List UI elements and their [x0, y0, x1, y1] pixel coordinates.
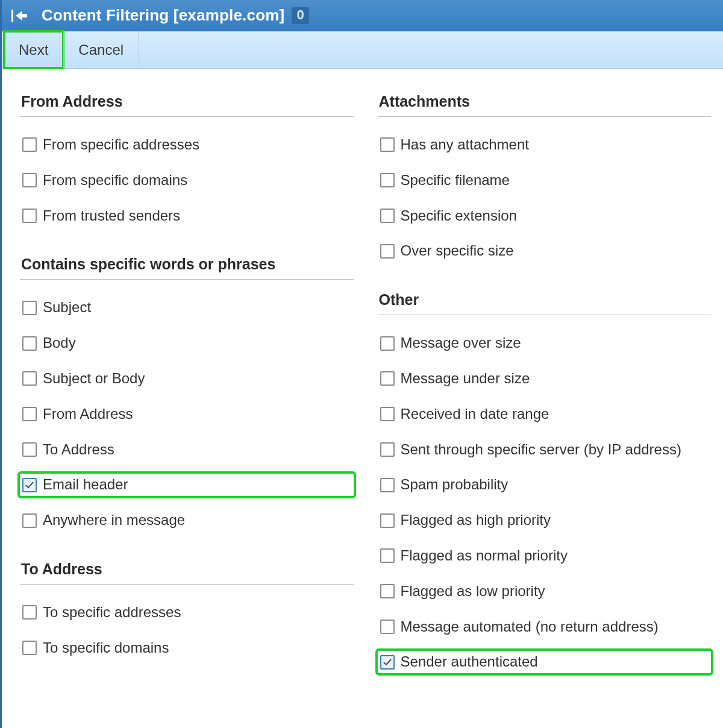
option-from-specific-domains[interactable]: From specific domains — [20, 169, 354, 192]
option-message-automated[interactable]: Message automated (no return address) — [378, 616, 712, 638]
cancel-button-label: Cancel — [78, 42, 124, 58]
option-subject[interactable]: Subject — [20, 297, 354, 319]
option-label: Flagged as normal priority — [401, 547, 568, 565]
checkbox-subject[interactable] — [22, 301, 37, 315]
group-contains: Contains specific words or phrases Subje… — [20, 256, 354, 532]
checkbox-from-trusted-senders[interactable] — [22, 209, 37, 223]
option-contains-to-address[interactable]: To Address — [20, 439, 354, 461]
cancel-button[interactable]: Cancel — [63, 31, 139, 68]
group-items-other: Message over sizeMessage under sizeRecei… — [378, 332, 712, 673]
option-label: Subject — [43, 299, 91, 316]
option-contains-from-address[interactable]: From Address — [20, 403, 354, 425]
option-received-in-date-range[interactable]: Received in date range — [378, 403, 712, 425]
option-flagged-low-priority[interactable]: Flagged as low priority — [378, 580, 712, 603]
checkbox-flagged-normal-priority[interactable] — [380, 548, 395, 563]
option-from-specific-addresses[interactable]: From specific addresses — [20, 134, 354, 156]
group-to-address: To Address To specific addressesTo speci… — [20, 560, 354, 659]
checkbox-message-under-size[interactable] — [380, 371, 395, 386]
option-flagged-high-priority[interactable]: Flagged as high priority — [378, 509, 712, 532]
option-message-over-size[interactable]: Message over size — [378, 332, 712, 354]
group-title-to-address: To Address — [20, 560, 354, 585]
option-to-specific-addresses[interactable]: To specific addresses — [20, 601, 354, 624]
option-label: Flagged as low priority — [401, 583, 545, 600]
checkbox-specific-filename[interactable] — [380, 173, 395, 187]
option-label: Message automated (no return address) — [401, 618, 659, 636]
option-label: Anywhere in message — [43, 512, 185, 529]
checkbox-from-specific-addresses[interactable] — [22, 137, 37, 152]
option-label: From specific domains — [43, 172, 187, 189]
checkbox-subject-or-body[interactable] — [22, 371, 37, 386]
group-other: Other Message over sizeMessage under siz… — [378, 291, 712, 673]
checkbox-flagged-low-priority[interactable] — [380, 584, 395, 598]
checkbox-contains-from-address[interactable] — [22, 407, 37, 421]
page-title: Content Filtering [example.com] — [42, 6, 284, 25]
option-label: To specific domains — [43, 639, 169, 657]
next-button[interactable]: Next — [4, 31, 63, 68]
option-from-trusted-senders[interactable]: From trusted senders — [20, 205, 354, 227]
checkbox-spam-probability[interactable] — [380, 478, 395, 492]
option-anywhere-in-message[interactable]: Anywhere in message — [20, 509, 354, 532]
option-label: To specific addresses — [43, 604, 181, 621]
checkbox-email-header[interactable] — [22, 478, 37, 492]
option-label: To Address — [43, 441, 114, 459]
option-label: Message over size — [401, 334, 521, 352]
next-button-label: Next — [19, 42, 48, 58]
option-label: Over specific size — [401, 242, 514, 260]
option-to-specific-domains[interactable]: To specific domains — [20, 637, 354, 659]
svg-rect-2 — [21, 14, 27, 17]
option-specific-extension[interactable]: Specific extension — [378, 205, 712, 227]
option-sent-through-specific-server[interactable]: Sent through specific server (by IP addr… — [378, 439, 712, 461]
option-over-specific-size[interactable]: Over specific size — [378, 240, 712, 262]
option-sender-authenticated[interactable]: Sender authenticated — [378, 651, 712, 673]
checkbox-has-any-attachment[interactable] — [380, 137, 395, 152]
group-items-to-address: To specific addressesTo specific domains — [20, 601, 354, 659]
toolbar: Next Cancel — [2, 31, 723, 69]
right-column: Attachments Has any attachmentSpecific f… — [378, 93, 712, 702]
option-message-under-size[interactable]: Message under size — [378, 368, 712, 390]
option-has-any-attachment[interactable]: Has any attachment — [378, 134, 712, 156]
checkbox-specific-extension[interactable] — [380, 209, 395, 223]
checkbox-flagged-high-priority[interactable] — [380, 513, 395, 528]
checkbox-over-specific-size[interactable] — [380, 244, 395, 259]
option-label: Subject or Body — [43, 370, 145, 388]
window: Content Filtering [example.com] 0 Next C… — [0, 0, 723, 728]
checkbox-message-over-size[interactable] — [380, 336, 395, 351]
group-items-contains: SubjectBodySubject or BodyFrom AddressTo… — [20, 297, 354, 532]
option-label: Spam probability — [401, 476, 509, 494]
checkbox-from-specific-domains[interactable] — [22, 173, 37, 187]
checkbox-to-specific-domains[interactable] — [22, 641, 37, 655]
checkbox-anywhere-in-message[interactable] — [22, 513, 37, 528]
option-label: Message under size — [401, 370, 530, 388]
option-label: Specific filename — [401, 172, 510, 189]
option-label: Received in date range — [401, 406, 549, 423]
option-label: Email header — [43, 476, 128, 494]
content-area: From Address From specific addressesFrom… — [2, 69, 723, 714]
option-label: From Address — [43, 406, 133, 423]
option-label: Body — [43, 334, 76, 352]
option-label: Has any attachment — [401, 136, 529, 154]
checkbox-contains-to-address[interactable] — [22, 442, 37, 457]
option-subject-or-body[interactable]: Subject or Body — [20, 368, 354, 390]
checkbox-body[interactable] — [22, 336, 37, 351]
option-body[interactable]: Body — [20, 332, 354, 354]
left-column: From Address From specific addressesFrom… — [20, 93, 354, 702]
option-label: Sender authenticated — [401, 653, 538, 671]
group-items-from-address: From specific addressesFrom specific dom… — [20, 134, 354, 227]
checkbox-message-automated[interactable] — [380, 620, 395, 634]
option-email-header[interactable]: Email header — [20, 474, 354, 496]
checkbox-to-specific-addresses[interactable] — [22, 605, 37, 620]
checkbox-sent-through-specific-server[interactable] — [380, 442, 395, 457]
option-label: From trusted senders — [43, 207, 180, 225]
group-attachments: Attachments Has any attachmentSpecific f… — [378, 93, 712, 262]
group-items-attachments: Has any attachmentSpecific filenameSpeci… — [378, 134, 712, 262]
option-flagged-normal-priority[interactable]: Flagged as normal priority — [378, 545, 712, 567]
option-label: Flagged as high priority — [401, 512, 551, 529]
option-spam-probability[interactable]: Spam probability — [378, 474, 712, 496]
option-label: Sent through specific server (by IP addr… — [401, 441, 681, 459]
back-icon[interactable] — [9, 5, 31, 27]
group-title-from-address: From Address — [20, 93, 354, 117]
option-specific-filename[interactable]: Specific filename — [378, 169, 712, 192]
group-title-contains: Contains specific words or phrases — [20, 256, 354, 280]
checkbox-sender-authenticated[interactable] — [380, 655, 395, 670]
checkbox-received-in-date-range[interactable] — [380, 407, 395, 421]
